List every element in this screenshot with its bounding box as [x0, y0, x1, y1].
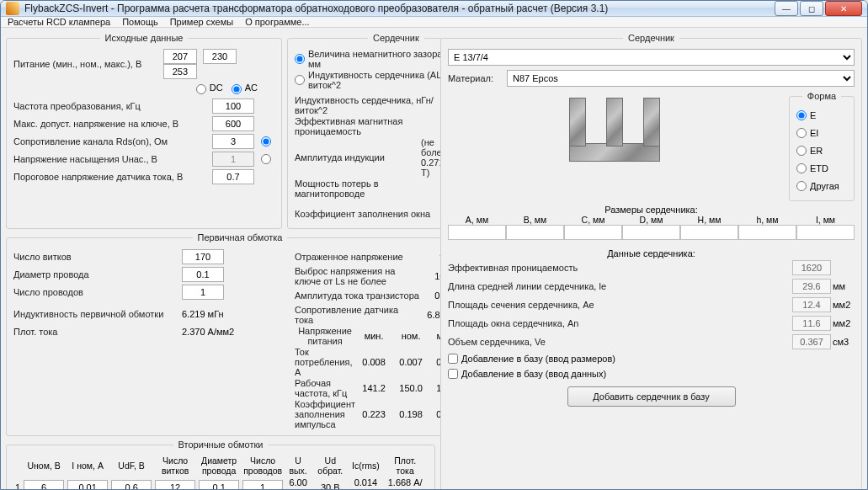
input-dim-c[interactable]	[564, 225, 622, 240]
core-image	[564, 93, 665, 167]
sec-uout: 6.00 В	[285, 477, 312, 490]
select-material[interactable]: N87 Epcos	[507, 70, 855, 87]
value-ve	[792, 334, 831, 349]
label-power: Питание (мин., ном., макс.), В	[13, 59, 163, 69]
group-core: Сердечник E 13/7/4 Материал: N87 Epcos	[440, 33, 862, 490]
radio-al[interactable]	[295, 75, 305, 85]
sec-unom[interactable]	[24, 480, 64, 490]
radio-unas-mode[interactable]	[261, 154, 271, 164]
value-prim-L: 6.219 мГн	[182, 309, 224, 319]
input-dim-h[interactable]	[738, 225, 796, 240]
group-shape: Форма E EI ER ETD Другая	[789, 91, 855, 201]
input-power-nom[interactable]	[203, 49, 237, 64]
sec-udb: 30 В	[312, 477, 349, 490]
add-core-button[interactable]: Добавить сердечник в базу	[567, 386, 736, 407]
label-freq: Частота преобразования, кГц	[13, 101, 212, 111]
input-dim-a[interactable]	[448, 225, 506, 240]
input-power-min[interactable]	[163, 49, 197, 64]
radio-rds-mode[interactable]	[261, 136, 271, 146]
input-prim-dia[interactable]	[182, 267, 224, 282]
sec-udf[interactable]	[111, 480, 152, 490]
radio-gap[interactable]	[295, 54, 305, 64]
radio-shape-er[interactable]: ER	[796, 142, 847, 159]
value-an	[792, 316, 831, 331]
sec-j: 1.668 А/мм2	[382, 477, 428, 490]
radio-shape-e[interactable]: E	[796, 107, 847, 124]
label-maxv: Макс. допуст. напряжение на ключе, В	[13, 119, 212, 129]
sec-turns[interactable]	[155, 480, 195, 490]
sec-inom[interactable]	[67, 480, 108, 490]
sec-cnt[interactable]	[242, 480, 283, 490]
input-dim-i[interactable]	[796, 225, 855, 240]
table-secondary: Uном, В I ном, А UdF, В Число витков Диа…	[13, 455, 428, 490]
input-prim-turns[interactable]	[182, 249, 224, 264]
input-rds[interactable]	[212, 134, 254, 149]
legend-core-params: Сердечник	[368, 33, 424, 43]
input-dim-b[interactable]	[506, 225, 564, 240]
legend-source: Исходные данные	[100, 33, 189, 43]
input-dim-d[interactable]	[622, 225, 680, 240]
radio-dc[interactable]: DC	[196, 83, 223, 93]
radio-ac[interactable]: AC	[232, 83, 258, 93]
input-maxv[interactable]	[212, 116, 254, 131]
input-freq[interactable]	[212, 99, 254, 114]
input-dim-hh[interactable]	[680, 225, 738, 240]
legend-secondary: Вторичные обмотки	[173, 439, 269, 450]
value-prim-J: 2.370 А/мм2	[182, 327, 234, 337]
checkbox-add-dims[interactable]: Добавление в базу (ввод размеров)	[448, 354, 855, 364]
input-prim-cnt[interactable]	[182, 285, 224, 300]
maximize-button[interactable]: ◻	[800, 1, 823, 16]
close-button[interactable]: ✕	[825, 1, 862, 16]
legend-core: Сердечник	[623, 33, 679, 43]
group-primary: Первичная обмотка Число витков Диаметр п…	[6, 232, 474, 436]
menu-about[interactable]: О программе...	[245, 17, 309, 27]
value-le	[792, 279, 831, 294]
sec-dia[interactable]	[199, 480, 239, 490]
input-unas	[212, 152, 254, 167]
menu-help[interactable]: Помощь	[122, 17, 158, 27]
value-mu-eff	[792, 260, 831, 275]
window-title: FlybackZCS-Invert - Программа расчета тр…	[24, 3, 775, 14]
menubar: Расчеты RCD клампера Помощь Пример схемы…	[1, 17, 867, 28]
menu-rcd[interactable]: Расчеты RCD клампера	[8, 17, 110, 27]
label-unas: Напряжение насыщения Uнас., В	[13, 154, 212, 164]
legend-primary: Первичная обмотка	[193, 232, 288, 242]
value-ae	[792, 297, 831, 312]
radio-shape-etd[interactable]: ETD	[796, 160, 847, 177]
input-uth[interactable]	[212, 169, 254, 184]
checkbox-add-data[interactable]: Добавление в базу (ввод данных)	[448, 369, 855, 379]
radio-shape-other[interactable]: Другая	[796, 178, 847, 194]
app-icon	[6, 2, 19, 15]
label-rds: Сопротивление канала Rds(on), Ом	[13, 136, 212, 146]
sec-irms: 0.014 А	[349, 477, 382, 490]
radio-shape-ei[interactable]: EI	[796, 125, 847, 141]
menu-example[interactable]: Пример схемы	[170, 17, 234, 27]
group-source: Исходные данные Питание (мин., ном., мак…	[6, 33, 282, 229]
table-row: 16.00 В30 В0.014 А1.668 А/мм2	[13, 477, 428, 490]
titlebar: FlybackZCS-Invert - Программа расчета тр…	[1, 1, 867, 17]
input-power-max[interactable]	[163, 64, 197, 79]
group-secondary: Вторичные обмотки Uном, В I ном, А UdF, …	[6, 439, 435, 490]
minimize-button[interactable]: —	[775, 1, 798, 16]
label-uth: Пороговое напряжение датчика тока, В	[13, 172, 212, 182]
select-core[interactable]: E 13/7/4	[448, 49, 855, 66]
